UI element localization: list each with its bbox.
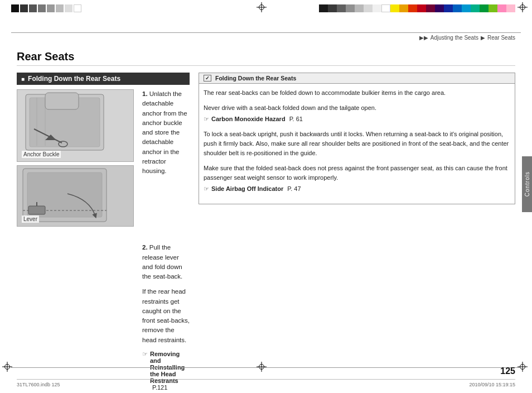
breadcrumb-arrow1: ▶▶ <box>419 35 428 41</box>
footer-left: 31TL7600.indb 125 <box>17 382 60 387</box>
reg-mark-top-right <box>518 2 528 12</box>
swatch-amber <box>399 4 408 12</box>
mark-sq8 <box>74 4 81 12</box>
note-para-4-text: Make sure that the folded seat-back does… <box>204 164 510 183</box>
color-bar <box>319 4 515 12</box>
section-heading: Folding Down the Rear Seats <box>17 73 190 85</box>
print-marks-top-left <box>11 4 81 12</box>
note-checkbox-icon: ✓ <box>204 75 211 82</box>
left-content: Anchor Buckle <box>17 89 190 391</box>
image-bottom-label: Lever <box>22 215 39 223</box>
step-1-number: 1. <box>142 90 148 97</box>
swatch-yellow <box>390 4 399 12</box>
mark-sq5 <box>47 4 55 12</box>
svg-rect-11 <box>28 206 45 214</box>
left-column: Folding Down the Rear Seats <box>17 73 190 391</box>
note-para-2: Never drive with a seat-back folded down… <box>204 103 510 124</box>
swatch-nearwhite <box>373 4 381 12</box>
additional-text: If the rear head restraints get caught o… <box>142 287 190 345</box>
swatch-purple <box>435 4 444 12</box>
note-link-1-page: P. 61 <box>289 116 303 122</box>
reg-mark-top-center <box>257 2 267 12</box>
controls-sidebar-tab: Controls <box>522 156 532 212</box>
mark-sq4 <box>38 4 46 12</box>
svg-rect-4 <box>45 93 79 109</box>
note-link-1-icon: ☞ <box>204 114 209 124</box>
mark-sq3 <box>29 4 37 12</box>
mark-sq7 <box>65 4 72 12</box>
note-link-2-page: P. 47 <box>287 185 301 192</box>
reg-mark-bottom-right <box>518 362 528 372</box>
bottom-border-line <box>11 367 521 368</box>
reg-mark-bottom-left <box>2 362 12 372</box>
images-column: Anchor Buckle <box>17 89 137 391</box>
step-spacer <box>142 181 190 243</box>
note-link-2-bold: Side Airbag Off Indicator <box>211 185 283 192</box>
swatch-orange <box>408 4 417 12</box>
step-2: 2. Pull the release lever and fold down … <box>142 243 190 281</box>
footer-right: 2010/09/10 15:19:15 <box>469 382 515 387</box>
mark-sq2 <box>20 4 28 12</box>
swatch-xltgray <box>364 4 373 12</box>
seat-image-bottom: Lever <box>17 165 134 227</box>
swatch-ltpink <box>506 4 515 12</box>
swatch-lightgray <box>355 4 364 12</box>
page-title: Rear Seats <box>17 50 515 66</box>
swatch-red <box>417 4 426 12</box>
note-para-4: Make sure that the folded seat-back does… <box>204 164 510 194</box>
top-border-line <box>11 32 521 33</box>
swatch-medblue <box>453 4 462 12</box>
note-para-1: The rear seat-backs can be folded down t… <box>204 88 510 98</box>
mark-sq1 <box>11 4 19 12</box>
main-content: Rear Seats Folding Down the Rear Seats <box>17 50 515 365</box>
seat-image-top: Anchor Buckle <box>17 89 134 162</box>
note-link-1-bold: Carbon Monoxide Hazard <box>211 116 286 122</box>
footer: 31TL7600.indb 125 2010/09/10 15:19:15 <box>17 379 515 387</box>
breadcrumb-adjusting: Adjusting the Seats <box>431 35 478 41</box>
swatch-teal <box>471 4 480 12</box>
swatch-skyblue <box>462 4 471 12</box>
note-para-3: To lock a seat-back upright, push it bac… <box>204 130 510 158</box>
step-1-text: Unlatch the detachable anchor from the a… <box>142 90 187 174</box>
swatch-darkgray <box>328 4 337 12</box>
step-1: 1. Unlatch the detachable anchor from th… <box>142 89 190 176</box>
steps-column: 1. Unlatch the detachable anchor from th… <box>137 89 190 391</box>
swatch-pink <box>497 4 506 12</box>
swatch-medgray <box>346 4 355 12</box>
note-header-text: Folding Down the Rear Seats <box>215 75 296 82</box>
swatch-green <box>480 4 489 12</box>
note-header: ✓ Folding Down the Rear Seats <box>199 73 515 84</box>
swatch-limegreen <box>489 4 497 12</box>
controls-tab-label: Controls <box>524 171 530 196</box>
two-column-layout: Folding Down the Rear Seats <box>17 73 515 391</box>
step-2-text: Pull the release lever and fold down the… <box>142 244 182 280</box>
image-top-label: Anchor Buckle <box>22 151 61 158</box>
mark-sq6 <box>56 4 64 12</box>
note-link-1: ☞ Carbon Monoxide Hazard P. 61 <box>204 114 510 124</box>
breadcrumb-rear-seats: Rear Seats <box>487 35 515 41</box>
page-number: 125 <box>500 366 515 376</box>
swatch-black <box>319 4 328 12</box>
swatch-white <box>381 4 390 12</box>
note-link-2-icon: ☞ <box>204 184 209 194</box>
swatch-darkred <box>426 4 435 12</box>
note-link-2: ☞ Side Airbag Off Indicator P. 47 <box>204 184 510 194</box>
breadcrumb-arrow2: ▶ <box>481 35 485 41</box>
book-icon: ☞ <box>142 351 148 358</box>
note-para-2-text: Never drive with a seat-back folded down… <box>204 103 510 113</box>
step-2-number: 2. <box>142 244 148 251</box>
note-body: The rear seat-backs can be folded down t… <box>199 84 515 204</box>
breadcrumb: ▶▶ Adjusting the Seats ▶ Rear Seats <box>419 35 515 41</box>
swatch-blue <box>444 4 453 12</box>
swatch-gray <box>337 4 346 12</box>
right-column-note-box: ✓ Folding Down the Rear Seats The rear s… <box>199 73 515 204</box>
